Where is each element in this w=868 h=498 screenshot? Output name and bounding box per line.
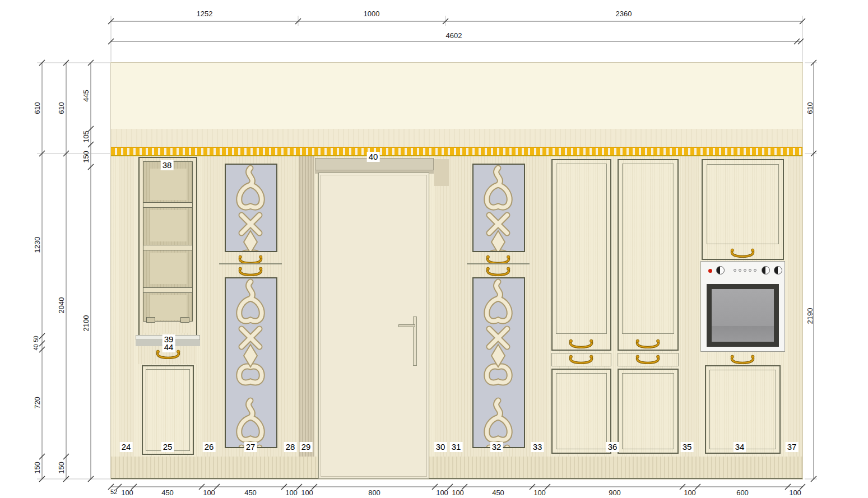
filler-37 (788, 156, 802, 457)
callout-26: 26 (203, 442, 216, 452)
dim-left1-1230: 1230 (33, 236, 41, 254)
cabinet-handle (729, 354, 756, 365)
column-split-line (219, 263, 282, 264)
callout-33: 33 (531, 442, 544, 452)
cad-elevation-drawing: 1252 1000 2360 4602 610 1230 50 40 720 1… (0, 0, 868, 498)
dim-right-610: 610 (806, 101, 814, 115)
oven-upper-door (702, 159, 784, 260)
door-panel (556, 373, 607, 449)
cabinet-handle (237, 266, 264, 277)
lower-door-right (618, 369, 679, 454)
dim-left1-40: 40 (33, 343, 39, 351)
door-panel (709, 370, 776, 449)
door-panel (622, 164, 674, 334)
dim-bottom-5: 100 (284, 488, 299, 497)
oven-button (744, 269, 746, 272)
callout-24: 24 (120, 442, 133, 452)
dim-bottom-1: 100 (120, 488, 134, 497)
oven-door-bezel (707, 284, 779, 347)
stile-33 (532, 156, 547, 457)
oven-button (734, 269, 736, 272)
dim-left2-150: 150 (57, 460, 66, 475)
drawer-handle (634, 354, 661, 365)
dim-left1-150: 150 (33, 460, 41, 475)
dim-left3-150: 150 (82, 150, 90, 164)
callout-27: 27 (244, 442, 257, 452)
drawer-handle (568, 354, 595, 365)
stile-28 (284, 156, 299, 457)
cabinet-handle (568, 338, 595, 349)
shelf-back-panel (150, 169, 187, 200)
oven-knob (716, 266, 725, 274)
dim-bottom-14: 600 (735, 488, 750, 497)
open-shelf-unit (138, 157, 197, 336)
dim-bottom-11: 100 (532, 488, 547, 497)
stile-26 (202, 156, 217, 457)
callout-38: 38 (161, 160, 174, 170)
cabinet-handle (485, 266, 512, 277)
oven-knob (762, 266, 770, 274)
callout-37: 37 (786, 442, 799, 452)
glass-panel-lower-32 (472, 277, 525, 448)
shelf (143, 245, 192, 250)
dim-bottom-15: 100 (788, 488, 802, 497)
cabinet-elevation (111, 63, 802, 479)
dim-left1-610: 610 (33, 101, 41, 115)
callout-25: 25 (161, 442, 174, 452)
dim-bottom-9: 100 (451, 488, 465, 497)
dim-overall: 4602 (445, 31, 463, 40)
dim-top-1: 1252 (196, 10, 214, 18)
door-leaf (318, 173, 429, 479)
glass-panel-lower-27 (225, 277, 277, 448)
shelf-back-panel (150, 295, 187, 320)
door-handle-lever (398, 324, 415, 327)
column-split-line (467, 263, 530, 264)
callout-36: 36 (606, 442, 619, 452)
plinth (111, 457, 802, 479)
dim-right-2190: 2190 (806, 307, 814, 325)
stile-35 (683, 156, 698, 457)
tall-door-left (551, 159, 611, 351)
callout-31: 31 (450, 442, 463, 452)
dim-bottom-8: 100 (435, 488, 449, 497)
dim-bottom-6: 100 (300, 488, 314, 497)
dim-left1-50: 50 (33, 334, 39, 343)
callout-35: 35 (681, 442, 694, 452)
oven-button (749, 269, 751, 272)
cabinet-handle (729, 248, 756, 258)
callout-30: 30 (434, 442, 447, 452)
callout-34: 34 (734, 442, 746, 452)
soffit-band (111, 129, 802, 147)
oven-lower-door (705, 365, 781, 454)
shelf-valance (143, 321, 193, 333)
glass-panel-upper-32 (472, 164, 525, 252)
dim-bottom-12: 900 (607, 488, 622, 497)
door-panel (556, 164, 607, 334)
dim-left3-105: 105 (82, 129, 90, 144)
lower-door-left (551, 369, 611, 454)
dim-bottom-10: 450 (491, 488, 505, 497)
dim-top-3: 2360 (615, 10, 633, 18)
tall-door-right (618, 159, 679, 351)
cornice-strip (111, 147, 802, 156)
dim-left3-2100: 2100 (82, 314, 90, 333)
dim-left2-610: 610 (57, 101, 66, 115)
wall-top (111, 63, 802, 130)
dim-left3-445: 445 (82, 89, 90, 103)
valance-notch (180, 317, 189, 323)
dim-bottom-4: 450 (243, 488, 258, 497)
door-panel (146, 369, 190, 451)
stile-24 (119, 156, 134, 457)
callout-29: 29 (300, 442, 313, 452)
oven-knob (774, 266, 782, 274)
dim-bottom-0: 52 (109, 488, 118, 495)
shelf-back-panel (150, 210, 187, 241)
dim-bottom-2: 450 (160, 488, 175, 497)
stile-30 (435, 156, 450, 457)
base-door-25 (142, 365, 194, 455)
shelf-interior (143, 161, 193, 322)
dim-left1-720: 720 (33, 395, 41, 410)
valance-notch (146, 317, 155, 323)
oven-appliance (700, 261, 785, 352)
shelf (143, 202, 192, 208)
